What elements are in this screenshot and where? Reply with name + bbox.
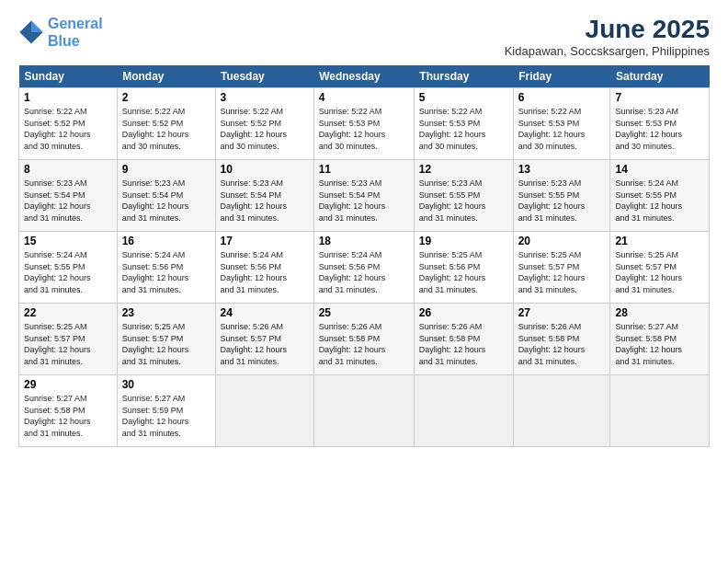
table-row: 27Sunrise: 5:26 AM Sunset: 5:58 PM Dayli… bbox=[513, 304, 610, 375]
day-info: Sunrise: 5:23 AM Sunset: 5:54 PM Dayligh… bbox=[319, 178, 409, 224]
table-row: 17Sunrise: 5:24 AM Sunset: 5:56 PM Dayli… bbox=[215, 232, 313, 304]
calendar-row: 29Sunrise: 5:27 AM Sunset: 5:58 PM Dayli… bbox=[19, 375, 710, 447]
month-year: June 2025 bbox=[505, 15, 710, 44]
day-number: 4 bbox=[319, 91, 409, 104]
col-tuesday: Tuesday bbox=[215, 65, 313, 88]
logo: General Blue bbox=[18, 15, 103, 50]
day-info: Sunrise: 5:25 AM Sunset: 5:57 PM Dayligh… bbox=[24, 321, 112, 367]
day-info: Sunrise: 5:24 AM Sunset: 5:56 PM Dayligh… bbox=[122, 249, 210, 295]
col-thursday: Thursday bbox=[414, 65, 513, 88]
table-row bbox=[513, 375, 610, 447]
col-friday: Friday bbox=[513, 65, 610, 88]
table-row: 16Sunrise: 5:24 AM Sunset: 5:56 PM Dayli… bbox=[117, 232, 215, 304]
calendar-row: 22Sunrise: 5:25 AM Sunset: 5:57 PM Dayli… bbox=[19, 304, 710, 375]
day-number: 12 bbox=[419, 163, 508, 176]
table-row: 19Sunrise: 5:25 AM Sunset: 5:56 PM Dayli… bbox=[414, 232, 513, 304]
day-number: 23 bbox=[122, 306, 210, 319]
day-info: Sunrise: 5:23 AM Sunset: 5:54 PM Dayligh… bbox=[122, 178, 210, 224]
day-info: Sunrise: 5:25 AM Sunset: 5:56 PM Dayligh… bbox=[419, 249, 508, 295]
day-info: Sunrise: 5:26 AM Sunset: 5:58 PM Dayligh… bbox=[518, 321, 606, 367]
table-row: 25Sunrise: 5:26 AM Sunset: 5:58 PM Dayli… bbox=[313, 304, 414, 375]
page: General Blue June 2025 Kidapawan, Soccsk… bbox=[0, 0, 728, 563]
table-row: 20Sunrise: 5:25 AM Sunset: 5:57 PM Dayli… bbox=[513, 232, 610, 304]
day-info: Sunrise: 5:23 AM Sunset: 5:53 PM Dayligh… bbox=[615, 106, 704, 152]
day-number: 5 bbox=[419, 91, 508, 104]
table-row bbox=[414, 375, 513, 447]
day-info: Sunrise: 5:25 AM Sunset: 5:57 PM Dayligh… bbox=[518, 249, 606, 295]
table-row: 2Sunrise: 5:22 AM Sunset: 5:52 PM Daylig… bbox=[117, 88, 215, 160]
day-number: 1 bbox=[24, 91, 112, 104]
day-info: Sunrise: 5:26 AM Sunset: 5:57 PM Dayligh… bbox=[221, 321, 309, 367]
day-info: Sunrise: 5:24 AM Sunset: 5:56 PM Dayligh… bbox=[221, 249, 309, 295]
day-info: Sunrise: 5:22 AM Sunset: 5:52 PM Dayligh… bbox=[24, 106, 112, 152]
table-row: 14Sunrise: 5:24 AM Sunset: 5:55 PM Dayli… bbox=[610, 160, 710, 232]
day-number: 14 bbox=[615, 163, 704, 176]
day-info: Sunrise: 5:22 AM Sunset: 5:53 PM Dayligh… bbox=[419, 106, 508, 152]
day-number: 2 bbox=[122, 91, 210, 104]
day-info: Sunrise: 5:27 AM Sunset: 5:59 PM Dayligh… bbox=[122, 393, 210, 439]
day-info: Sunrise: 5:23 AM Sunset: 5:55 PM Dayligh… bbox=[419, 178, 508, 224]
day-number: 9 bbox=[122, 163, 210, 176]
day-number: 22 bbox=[24, 306, 112, 319]
table-row: 8Sunrise: 5:23 AM Sunset: 5:54 PM Daylig… bbox=[19, 160, 118, 232]
day-number: 20 bbox=[518, 235, 606, 247]
table-row: 12Sunrise: 5:23 AM Sunset: 5:55 PM Dayli… bbox=[414, 160, 513, 232]
calendar-table: Sunday Monday Tuesday Wednesday Thursday… bbox=[18, 65, 710, 447]
day-header-row: Sunday Monday Tuesday Wednesday Thursday… bbox=[19, 65, 710, 88]
table-row: 11Sunrise: 5:23 AM Sunset: 5:54 PM Dayli… bbox=[313, 160, 414, 232]
table-row: 24Sunrise: 5:26 AM Sunset: 5:57 PM Dayli… bbox=[215, 304, 313, 375]
header: General Blue June 2025 Kidapawan, Soccsk… bbox=[18, 15, 710, 58]
day-info: Sunrise: 5:23 AM Sunset: 5:54 PM Dayligh… bbox=[221, 178, 309, 224]
day-number: 15 bbox=[24, 235, 112, 247]
day-info: Sunrise: 5:24 AM Sunset: 5:55 PM Dayligh… bbox=[615, 178, 704, 224]
day-info: Sunrise: 5:25 AM Sunset: 5:57 PM Dayligh… bbox=[615, 249, 704, 295]
day-number: 6 bbox=[518, 91, 606, 104]
day-number: 10 bbox=[221, 163, 309, 176]
day-number: 28 bbox=[615, 306, 704, 319]
table-row: 4Sunrise: 5:22 AM Sunset: 5:53 PM Daylig… bbox=[313, 88, 414, 160]
table-row: 15Sunrise: 5:24 AM Sunset: 5:55 PM Dayli… bbox=[19, 232, 118, 304]
table-row: 22Sunrise: 5:25 AM Sunset: 5:57 PM Dayli… bbox=[19, 304, 118, 375]
table-row: 13Sunrise: 5:23 AM Sunset: 5:55 PM Dayli… bbox=[513, 160, 610, 232]
day-number: 3 bbox=[221, 91, 309, 104]
table-row bbox=[313, 375, 414, 447]
day-number: 18 bbox=[319, 235, 409, 247]
table-row: 5Sunrise: 5:22 AM Sunset: 5:53 PM Daylig… bbox=[414, 88, 513, 160]
table-row: 10Sunrise: 5:23 AM Sunset: 5:54 PM Dayli… bbox=[215, 160, 313, 232]
day-number: 7 bbox=[615, 91, 704, 104]
day-number: 8 bbox=[24, 163, 112, 176]
day-info: Sunrise: 5:22 AM Sunset: 5:52 PM Dayligh… bbox=[122, 106, 210, 152]
table-row: 1Sunrise: 5:22 AM Sunset: 5:52 PM Daylig… bbox=[19, 88, 118, 160]
col-sunday: Sunday bbox=[19, 65, 118, 88]
day-info: Sunrise: 5:27 AM Sunset: 5:58 PM Dayligh… bbox=[615, 321, 704, 367]
day-number: 30 bbox=[122, 378, 210, 391]
table-row: 26Sunrise: 5:26 AM Sunset: 5:58 PM Dayli… bbox=[414, 304, 513, 375]
table-row: 30Sunrise: 5:27 AM Sunset: 5:59 PM Dayli… bbox=[117, 375, 215, 447]
day-number: 24 bbox=[221, 306, 309, 319]
day-number: 26 bbox=[419, 306, 508, 319]
day-info: Sunrise: 5:26 AM Sunset: 5:58 PM Dayligh… bbox=[419, 321, 508, 367]
table-row: 18Sunrise: 5:24 AM Sunset: 5:56 PM Dayli… bbox=[313, 232, 414, 304]
logo-icon bbox=[18, 19, 44, 45]
title-section: June 2025 Kidapawan, Soccsksargen, Phili… bbox=[505, 15, 710, 58]
day-info: Sunrise: 5:26 AM Sunset: 5:58 PM Dayligh… bbox=[319, 321, 409, 367]
calendar-row: 1Sunrise: 5:22 AM Sunset: 5:52 PM Daylig… bbox=[19, 88, 710, 160]
table-row: 9Sunrise: 5:23 AM Sunset: 5:54 PM Daylig… bbox=[117, 160, 215, 232]
day-info: Sunrise: 5:23 AM Sunset: 5:54 PM Dayligh… bbox=[24, 178, 112, 224]
day-number: 11 bbox=[319, 163, 409, 176]
table-row: 7Sunrise: 5:23 AM Sunset: 5:53 PM Daylig… bbox=[610, 88, 710, 160]
table-row: 23Sunrise: 5:25 AM Sunset: 5:57 PM Dayli… bbox=[117, 304, 215, 375]
calendar-row: 8Sunrise: 5:23 AM Sunset: 5:54 PM Daylig… bbox=[19, 160, 710, 232]
day-info: Sunrise: 5:25 AM Sunset: 5:57 PM Dayligh… bbox=[122, 321, 210, 367]
day-number: 16 bbox=[122, 235, 210, 247]
day-info: Sunrise: 5:22 AM Sunset: 5:53 PM Dayligh… bbox=[518, 106, 606, 152]
day-info: Sunrise: 5:23 AM Sunset: 5:55 PM Dayligh… bbox=[518, 178, 606, 224]
day-number: 25 bbox=[319, 306, 409, 319]
col-saturday: Saturday bbox=[610, 65, 710, 88]
location: Kidapawan, Soccsksargen, Philippines bbox=[505, 44, 710, 58]
day-number: 17 bbox=[221, 235, 309, 247]
day-number: 27 bbox=[518, 306, 606, 319]
calendar-row: 15Sunrise: 5:24 AM Sunset: 5:55 PM Dayli… bbox=[19, 232, 710, 304]
table-row: 28Sunrise: 5:27 AM Sunset: 5:58 PM Dayli… bbox=[610, 304, 710, 375]
day-number: 19 bbox=[419, 235, 508, 247]
